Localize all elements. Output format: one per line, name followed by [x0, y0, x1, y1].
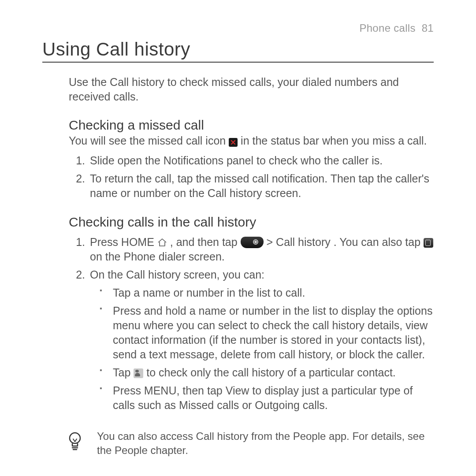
list-item: Tap a name or number in the list to call… — [100, 286, 434, 300]
list-item: Press MENU, then tap View to display jus… — [100, 383, 434, 413]
text: On the Call history screen, you can: — [90, 268, 264, 281]
section-heading-missed: Checking a missed call — [69, 118, 434, 133]
missed-steps: Slide open the Notifications panel to ch… — [69, 153, 434, 201]
tip-block: You can also access Call history from th… — [66, 429, 434, 457]
call-history-ref: > Call history — [267, 236, 331, 248]
manual-page: Phone calls 81 Using Call history Use th… — [0, 0, 476, 476]
intro-paragraph: Use the Call history to check missed cal… — [69, 75, 434, 104]
list-item: On the Call history screen, you can: Tap… — [88, 268, 434, 413]
contact-history-icon — [134, 368, 143, 378]
phone-button-icon — [241, 237, 264, 248]
text: , and then tap — [170, 236, 241, 248]
running-header: Phone calls 81 — [42, 22, 434, 34]
text: Press MENU, then tap — [113, 384, 226, 397]
missed-lead: You will see the missed call icon in the… — [69, 134, 434, 148]
text: Tap — [113, 366, 134, 379]
tip-text: You can also access Call history from th… — [97, 429, 434, 457]
text: . You can also tap — [334, 236, 424, 248]
missed-call-icon — [229, 138, 238, 147]
text: on the Phone dialer screen. — [90, 250, 225, 263]
list-item: To return the call, tap the missed call … — [88, 171, 434, 201]
history-steps: Press HOME , and then tap > Call history… — [69, 235, 434, 413]
text: in the status bar when you miss a call. — [241, 134, 427, 147]
view-ref: View — [226, 384, 249, 397]
call-history-tab-icon — [424, 238, 433, 248]
list-item: Tap to check only the call history of a … — [100, 365, 434, 380]
list-item: Slide open the Notifications panel to ch… — [88, 153, 434, 168]
text: to check only the call history of a part… — [146, 366, 396, 379]
text: You will see the missed call icon — [69, 134, 229, 147]
text: Press HOME — [90, 236, 157, 248]
list-item: Press and hold a name or number in the l… — [100, 304, 434, 362]
lightbulb-icon — [66, 429, 84, 451]
section-name: Phone calls — [359, 22, 415, 34]
section-heading-history: Checking calls in the call history — [69, 215, 434, 230]
page-title: Using Call history — [42, 39, 434, 63]
history-options: Tap a name or number in the list to call… — [90, 286, 434, 413]
page-number: 81 — [422, 22, 434, 34]
home-icon — [157, 238, 167, 247]
page-body: Use the Call history to check missed cal… — [42, 75, 434, 457]
list-item: Press HOME , and then tap > Call history… — [88, 235, 434, 264]
